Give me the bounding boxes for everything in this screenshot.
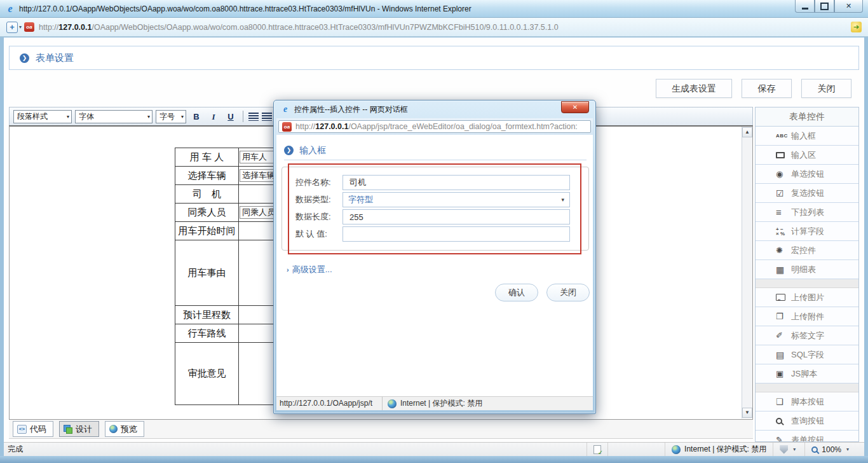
bold-button[interactable]: B bbox=[189, 110, 203, 123]
sidebar-item-js-script[interactable]: JS脚本 bbox=[756, 364, 858, 384]
chevron-down-icon bbox=[181, 114, 184, 120]
ie-logo-icon: e bbox=[5, 4, 15, 14]
globe-icon bbox=[109, 425, 118, 433]
data-length-input[interactable] bbox=[342, 209, 570, 225]
zone-text: Internet | 保护模式: 禁用 bbox=[684, 444, 766, 455]
scroll-down-icon[interactable] bbox=[742, 408, 752, 418]
page-title: 表单设置 bbox=[36, 52, 74, 64]
tab-code-label: 代码 bbox=[30, 424, 46, 435]
align-center-icon[interactable] bbox=[262, 113, 272, 121]
toolbar-separator bbox=[243, 111, 243, 122]
default-value-input[interactable] bbox=[342, 226, 570, 242]
sidebar-item-query-button[interactable]: 查询按钮 bbox=[756, 411, 858, 431]
tab-design-label: 设计 bbox=[76, 424, 92, 435]
url-domain: 127.0.0.1 bbox=[58, 23, 92, 32]
url-prefix: http:// bbox=[295, 122, 315, 131]
chevron-down-icon bbox=[793, 446, 796, 452]
maximize-button[interactable] bbox=[815, 0, 834, 13]
textarea-icon bbox=[776, 152, 791, 158]
abc-input-icon bbox=[776, 133, 791, 139]
sidebar-item-checkbox[interactable]: 复选按钮 bbox=[756, 184, 858, 203]
window-controls bbox=[795, 0, 863, 13]
row-label: 行车路线 bbox=[175, 324, 239, 343]
paragraph-style-label: 段落样式 bbox=[17, 111, 64, 122]
editor-scrollbar[interactable] bbox=[742, 127, 752, 418]
zoom-control[interactable]: 100% bbox=[804, 443, 864, 456]
dropdown-list-icon bbox=[776, 207, 791, 218]
italic-button[interactable]: I bbox=[207, 110, 220, 123]
dialog-status-zone: Internet | 保护模式: 禁用 bbox=[383, 398, 482, 409]
dialog-close-button[interactable]: 关闭 bbox=[546, 284, 590, 301]
control-name-input[interactable] bbox=[342, 175, 570, 190]
label-text-icon bbox=[776, 331, 791, 340]
go-button-icon[interactable] bbox=[851, 22, 862, 32]
favorite-dropdown-icon[interactable] bbox=[19, 24, 22, 30]
dialog-section-header: 输入框 bbox=[284, 141, 587, 160]
save-button[interactable]: 保存 bbox=[742, 79, 792, 98]
search-button-icon bbox=[776, 418, 791, 424]
calc-field-icon: + −× % bbox=[776, 227, 791, 236]
confirm-button[interactable]: 确认 bbox=[495, 284, 538, 301]
design-icon bbox=[64, 425, 72, 434]
sql-field-icon bbox=[776, 350, 791, 360]
chevron-down-icon bbox=[561, 197, 564, 203]
paragraph-style-select[interactable]: 段落样式 bbox=[13, 110, 72, 123]
sidebar-item-form-button[interactable]: 表单按钮 bbox=[756, 431, 858, 442]
close-window-button[interactable] bbox=[834, 0, 863, 13]
underline-button[interactable]: U bbox=[224, 110, 238, 123]
scroll-up-icon[interactable] bbox=[742, 127, 752, 137]
sidebar-item-script-button[interactable]: 脚本按钮 bbox=[756, 392, 858, 411]
page-header: 表单设置 bbox=[9, 46, 859, 70]
font-size-select[interactable]: 字号 bbox=[156, 110, 186, 123]
status-text: 完成 bbox=[4, 444, 587, 455]
advanced-settings-link[interactable]: 高级设置... bbox=[287, 264, 332, 275]
tab-design[interactable]: 设计 bbox=[59, 421, 99, 437]
row-label: 用车开始时间 bbox=[175, 222, 239, 240]
font-size-label: 字号 bbox=[159, 111, 179, 122]
tab-code[interactable]: 代码 bbox=[13, 421, 53, 437]
add-favorite-icon[interactable] bbox=[6, 22, 18, 33]
dialog-close-icon[interactable] bbox=[561, 101, 589, 113]
sidebar-item-upload-image[interactable]: 上传图片 bbox=[756, 288, 858, 307]
font-select[interactable]: 字体 bbox=[75, 110, 153, 123]
data-type-select[interactable]: 字符型 bbox=[342, 192, 570, 207]
sidebar-item-calc-field[interactable]: + −× % 计算字段 bbox=[756, 222, 858, 241]
form-button-icon bbox=[776, 435, 791, 442]
sidebar-item-input-area[interactable]: 输入区 bbox=[756, 146, 858, 165]
zoom-icon bbox=[811, 446, 818, 453]
close-page-button[interactable]: 关闭 bbox=[801, 79, 851, 98]
page-check-icon bbox=[593, 445, 601, 454]
sidebar-item-macro-control[interactable]: 宏控件 bbox=[756, 241, 858, 260]
zone-text: Internet | 保护模式: 禁用 bbox=[400, 398, 482, 409]
tab-preview[interactable]: 预览 bbox=[105, 421, 144, 437]
dialog-title: 控件属性--插入控件 -- 网页对话框 bbox=[294, 104, 408, 115]
sidebar-item-label-text[interactable]: 标签文字 bbox=[756, 326, 858, 345]
url-field[interactable]: http://127.0.0.1/OAapp/WebObjects/OAapp.… bbox=[39, 23, 846, 32]
site-favicon bbox=[282, 122, 292, 132]
globe-icon bbox=[388, 399, 397, 408]
section-bullet-icon bbox=[20, 53, 29, 63]
sidebar-title: 表单控件 bbox=[756, 107, 858, 127]
sidebar-item-input-box[interactable]: 输入框 bbox=[756, 127, 858, 146]
sidebar-item-radio[interactable]: 单选按钮 bbox=[756, 165, 858, 184]
generate-table-button[interactable]: 生成表设置 bbox=[656, 79, 732, 98]
font-label: 字体 bbox=[79, 111, 145, 122]
ie-logo-icon: e bbox=[280, 104, 290, 114]
align-left-icon[interactable] bbox=[248, 113, 259, 121]
security-zone-cell: Internet | 保护模式: 禁用 bbox=[665, 443, 773, 456]
default-value-label: 默 认 值: bbox=[295, 226, 327, 242]
row-label: 用 车 人 bbox=[175, 148, 239, 167]
row-label: 预计里程数 bbox=[175, 306, 239, 324]
window-titlebar: e http://127.0.0.1/OAapp/WebObjects/OAap… bbox=[0, 0, 868, 18]
sidebar-item-detail-table[interactable]: 明细表 bbox=[756, 260, 858, 279]
macro-gear-icon bbox=[776, 245, 791, 255]
script-button-icon bbox=[776, 397, 791, 406]
sidebar-item-sql-field[interactable]: SQL字段 bbox=[756, 345, 858, 364]
sidebar-item-dropdown-list[interactable]: 下拉列表 bbox=[756, 203, 858, 222]
row-label: 用车事由 bbox=[175, 240, 239, 306]
protected-mode-cell[interactable] bbox=[773, 443, 804, 456]
code-icon bbox=[17, 425, 27, 434]
minimize-button[interactable] bbox=[795, 0, 815, 13]
sidebar-separator bbox=[756, 384, 858, 392]
sidebar-item-upload-attachment[interactable]: 上传附件 bbox=[756, 307, 858, 326]
